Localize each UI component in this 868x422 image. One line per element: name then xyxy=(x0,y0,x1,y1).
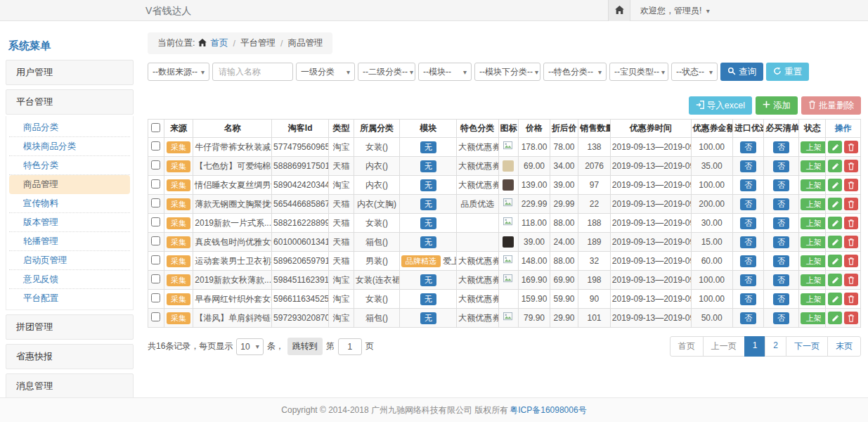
sidebar-item[interactable]: 特色分类 xyxy=(9,156,130,175)
status-button[interactable]: 上架 xyxy=(801,255,826,267)
sidebar-group-item[interactable]: 平台管理 xyxy=(6,89,134,115)
sidebar-item[interactable]: 意见反馈 xyxy=(9,270,130,289)
edit-button[interactable] xyxy=(828,141,842,153)
status-button[interactable]: 上架 xyxy=(801,198,826,210)
sidebar-item[interactable]: 商品管理 xyxy=(9,175,130,194)
row-checkbox[interactable] xyxy=(151,236,160,245)
delete-button[interactable] xyxy=(844,312,858,324)
icp-link[interactable]: 粤ICP备16098006号 xyxy=(510,404,586,416)
edit-button[interactable] xyxy=(828,198,842,210)
delete-button[interactable] xyxy=(844,198,858,210)
home-button[interactable] xyxy=(608,0,630,21)
module-badge[interactable]: 无 xyxy=(420,236,436,248)
edit-button[interactable] xyxy=(828,160,842,172)
row-checkbox[interactable] xyxy=(151,274,160,283)
delete-button[interactable] xyxy=(844,255,858,267)
edit-button[interactable] xyxy=(828,293,842,305)
row-checkbox[interactable] xyxy=(151,179,160,188)
breadcrumb-link-home[interactable]: 首页 xyxy=(210,37,228,49)
import-select-toggle[interactable]: 否 xyxy=(740,198,756,210)
page-button[interactable]: 下一页 xyxy=(786,336,828,357)
sidebar-item[interactable]: 版本管理 xyxy=(9,213,130,232)
sidebar-group-item[interactable]: 拼团管理 xyxy=(6,314,134,340)
row-checkbox[interactable] xyxy=(151,141,160,151)
row-checkbox[interactable] xyxy=(151,160,160,170)
page-button[interactable]: 末页 xyxy=(827,336,861,357)
must-buy-toggle[interactable]: 否 xyxy=(773,217,789,229)
edit-button[interactable] xyxy=(828,217,842,229)
batch-delete-button[interactable]: 批量删除 xyxy=(801,96,861,115)
row-checkbox[interactable] xyxy=(151,198,160,207)
row-checkbox[interactable] xyxy=(151,312,160,321)
must-buy-toggle[interactable]: 否 xyxy=(773,160,789,172)
sidebar-group-item[interactable]: 消息管理 xyxy=(6,373,134,399)
per-page-select[interactable]: 10 ▾ xyxy=(236,338,263,355)
edit-button[interactable] xyxy=(828,312,842,324)
module-badge[interactable]: 无 xyxy=(420,179,436,191)
import-select-toggle[interactable]: 否 xyxy=(740,179,756,191)
must-buy-toggle[interactable]: 否 xyxy=(773,141,789,153)
import-select-toggle[interactable]: 否 xyxy=(740,160,756,172)
name-input[interactable] xyxy=(212,63,293,81)
page-button[interactable]: 首页 xyxy=(670,336,704,357)
import-select-toggle[interactable]: 否 xyxy=(740,293,756,305)
search-button[interactable]: 查询 xyxy=(720,63,763,81)
module-badge[interactable]: 无 xyxy=(420,141,436,153)
must-buy-toggle[interactable]: 否 xyxy=(773,293,789,305)
module-badge[interactable]: 无 xyxy=(420,198,436,210)
page-button[interactable]: 2 xyxy=(765,336,786,357)
must-buy-toggle[interactable]: 否 xyxy=(773,274,789,286)
import-select-toggle[interactable]: 否 xyxy=(740,312,756,324)
row-checkbox[interactable] xyxy=(151,255,160,264)
must-buy-toggle[interactable]: 否 xyxy=(773,198,789,210)
row-checkbox[interactable] xyxy=(151,293,160,302)
filter-select[interactable]: --二级分类--▾ xyxy=(358,63,415,81)
status-button[interactable]: 上架 xyxy=(801,160,826,172)
delete-button[interactable] xyxy=(844,236,858,248)
sidebar-group-item[interactable]: 省惠快报 xyxy=(6,344,134,369)
import-select-toggle[interactable]: 否 xyxy=(740,274,756,286)
module-badge[interactable]: 品牌精选 xyxy=(401,255,441,267)
edit-button[interactable] xyxy=(828,255,842,267)
module-badge[interactable]: 无 xyxy=(420,274,436,286)
delete-button[interactable] xyxy=(844,217,858,229)
filter-select[interactable]: --模块下分类--▾ xyxy=(474,63,540,81)
module-badge[interactable]: 无 xyxy=(420,312,436,324)
delete-button[interactable] xyxy=(844,179,858,191)
import-excel-button[interactable]: 导入excel xyxy=(689,96,752,115)
page-button[interactable]: 1 xyxy=(744,336,766,357)
status-button[interactable]: 上架 xyxy=(801,293,826,305)
row-checkbox[interactable] xyxy=(151,217,160,226)
module-badge[interactable]: 无 xyxy=(420,293,436,305)
status-button[interactable]: 上架 xyxy=(801,141,826,153)
import-select-toggle[interactable]: 否 xyxy=(740,217,756,229)
sidebar-item[interactable]: 轮播管理 xyxy=(9,232,130,251)
status-button[interactable]: 上架 xyxy=(801,274,826,286)
sidebar-item[interactable]: 商品分类 xyxy=(9,118,130,137)
filter-select[interactable]: --数据来源--▾ xyxy=(148,63,209,81)
filter-select[interactable]: --宝贝类型--▾ xyxy=(609,63,668,81)
status-button[interactable]: 上架 xyxy=(801,312,826,324)
filter-select[interactable]: 一级分类▾ xyxy=(296,63,355,81)
module-badge[interactable]: 无 xyxy=(420,217,436,229)
jump-button[interactable]: 跳转到 xyxy=(287,338,323,355)
sidebar-item[interactable]: 模块商品分类 xyxy=(9,137,130,156)
delete-button[interactable] xyxy=(844,141,858,153)
must-buy-toggle[interactable]: 否 xyxy=(773,312,789,324)
must-buy-toggle[interactable]: 否 xyxy=(773,179,789,191)
delete-button[interactable] xyxy=(844,160,858,172)
import-select-toggle[interactable]: 否 xyxy=(740,236,756,248)
sidebar-group-item[interactable]: 用户管理 xyxy=(6,60,134,85)
delete-button[interactable] xyxy=(844,293,858,305)
reset-button[interactable]: 重置 xyxy=(766,63,809,81)
page-button[interactable]: 上一页 xyxy=(703,336,745,357)
delete-button[interactable] xyxy=(844,274,858,286)
filter-select[interactable]: --状态--▾ xyxy=(671,63,718,81)
import-select-toggle[interactable]: 否 xyxy=(740,141,756,153)
add-button[interactable]: 添加 xyxy=(756,96,798,115)
filter-select[interactable]: --模块--▾ xyxy=(418,63,472,81)
import-select-toggle[interactable]: 否 xyxy=(740,255,756,267)
sidebar-item[interactable]: 宣传物料 xyxy=(9,194,130,213)
sidebar-item[interactable]: 启动页管理 xyxy=(9,251,130,270)
edit-button[interactable] xyxy=(828,274,842,286)
